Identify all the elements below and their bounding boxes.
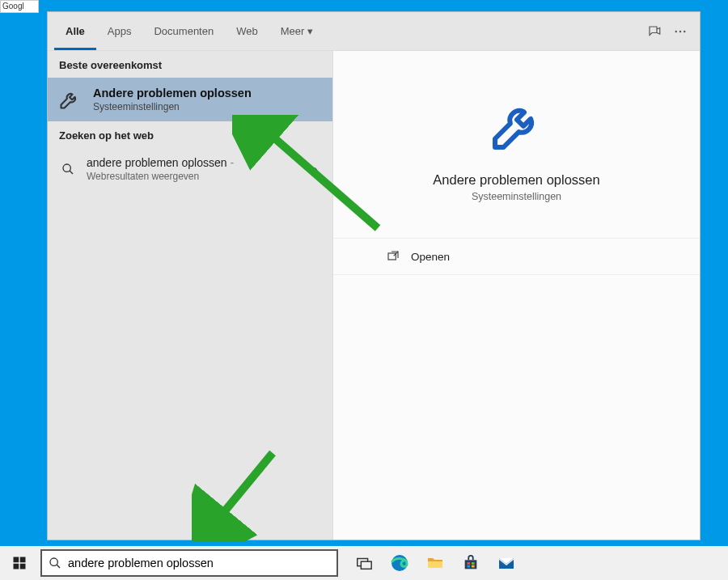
wrench-icon-large: [488, 96, 546, 155]
tab-documents[interactable]: Documenten: [142, 12, 225, 50]
search-icon: [59, 163, 77, 176]
task-view-icon: [355, 554, 373, 572]
svg-rect-18: [467, 562, 470, 565]
search-tabs: Alle Apps Documenten Web Meer ▾: [48, 12, 700, 51]
web-result-title: andere problemen oplossen -: [87, 156, 234, 169]
svg-rect-10: [14, 564, 19, 569]
svg-point-1: [679, 30, 681, 32]
search-results-panel: Alle Apps Documenten Web Meer ▾ Beste ov…: [47, 11, 700, 540]
more-options-icon[interactable]: [667, 24, 693, 39]
results-list: Beste overeenkomst Andere problemen oplo…: [48, 51, 332, 540]
wrench-icon: [56, 86, 83, 113]
svg-rect-8: [14, 557, 19, 563]
svg-rect-20: [467, 565, 470, 568]
detail-pane: Andere problemen oplossen Systeeminstell…: [332, 51, 700, 540]
tab-more[interactable]: Meer ▾: [269, 12, 324, 50]
edge-icon: [390, 553, 409, 573]
svg-line-4: [70, 171, 73, 174]
tab-apps[interactable]: Apps: [96, 12, 143, 50]
mail-button[interactable]: [489, 546, 524, 580]
svg-point-12: [50, 558, 57, 565]
svg-line-13: [57, 565, 60, 568]
search-icon: [49, 557, 61, 569]
web-search-header: Zoeken op het web: [48, 121, 332, 148]
svg-rect-21: [472, 565, 475, 568]
start-button[interactable]: [0, 546, 39, 580]
folder-icon: [425, 553, 445, 573]
edge-button[interactable]: [382, 546, 417, 580]
svg-rect-11: [20, 564, 26, 569]
store-icon: [462, 554, 480, 572]
chevron-down-icon: ▾: [307, 25, 313, 37]
chrome-tab: Googl: [0, 0, 39, 13]
task-view-button[interactable]: [346, 546, 382, 580]
mail-icon: [497, 553, 516, 573]
chevron-right-icon: ›: [314, 163, 323, 176]
taskbar-search-box[interactable]: [40, 549, 338, 577]
best-match-header: Beste overeenkomst: [48, 51, 332, 78]
search-input[interactable]: [68, 557, 330, 569]
web-result-subtitle: Webresultaten weergeven: [87, 171, 234, 182]
svg-rect-19: [472, 562, 475, 565]
store-button[interactable]: [453, 546, 489, 580]
feedback-icon[interactable]: [641, 24, 667, 39]
svg-point-3: [63, 164, 70, 171]
best-match-item[interactable]: Andere problemen oplossen Systeeminstell…: [48, 78, 332, 121]
svg-rect-17: [465, 560, 477, 569]
open-action[interactable]: Openen: [333, 238, 700, 275]
detail-subtitle: Systeeminstellingen: [472, 191, 561, 202]
detail-title: Andere problemen oplossen: [433, 172, 599, 188]
file-explorer-button[interactable]: [417, 546, 453, 580]
tab-web[interactable]: Web: [225, 12, 269, 50]
svg-rect-5: [388, 253, 396, 260]
windows-icon: [12, 556, 27, 570]
svg-point-0: [675, 30, 677, 32]
web-result-item[interactable]: andere problemen oplossen - Webresultate…: [48, 148, 332, 190]
tab-all[interactable]: Alle: [54, 12, 96, 50]
svg-point-2: [684, 30, 685, 32]
best-match-title: Andere problemen oplossen: [93, 87, 252, 99]
open-icon: [387, 250, 400, 263]
svg-rect-9: [20, 557, 26, 563]
open-label: Openen: [411, 251, 450, 263]
taskbar: [0, 546, 728, 580]
best-match-subtitle: Systeeminstellingen: [93, 101, 252, 112]
svg-rect-15: [361, 561, 371, 569]
